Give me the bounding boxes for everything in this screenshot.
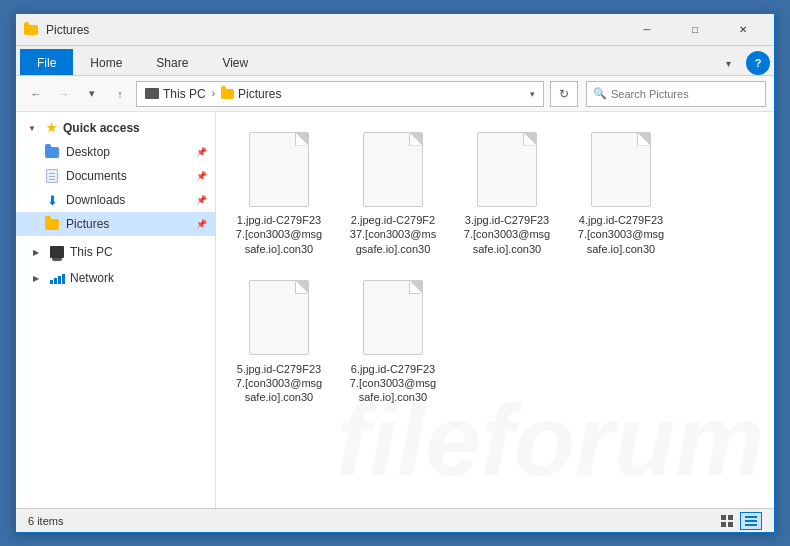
file-item-1[interactable]: 1.jpg.id-C279F237.[con3003@msgsafe.io].c… [224,120,334,265]
file-item-6[interactable]: 6.jpg.id-C279F237.[con3003@msgsafe.io].c… [338,269,448,414]
breadcrumb-pictures: Pictures [221,87,281,101]
pictures-folder-icon [44,217,60,231]
grid-view-icon [720,514,734,528]
quick-access-expand-icon: ▼ [24,121,40,135]
explorer-window: Pictures ─ □ ✕ File Home Share View ▾ ? … [15,13,775,533]
status-bar: 6 items [16,508,774,532]
grid-view-button[interactable] [716,512,738,530]
maximize-button[interactable]: □ [672,14,718,46]
file-5-name: 5.jpg.id-C279F237.[con3003@msgsafe.io].c… [236,362,322,405]
file-2-name: 2.jpeg.id-C279F237.[con3003@msgsafe.io].… [350,213,436,256]
window-title: Pictures [46,23,624,37]
tab-file[interactable]: File [20,49,73,75]
refresh-button[interactable]: ↻ [550,81,578,107]
documents-pin-icon: 📌 [196,171,207,181]
sidebar-label-quick-access: Quick access [63,121,140,135]
file-3-name: 3.jpg.id-C279F237.[con3003@msgsafe.io].c… [464,213,550,256]
file-6-name: 6.jpg.id-C279F237.[con3003@msgsafe.io].c… [350,362,436,405]
sidebar-section-quick-access: ▼ ★ Quick access [16,116,215,140]
ribbon-tabs: File Home Share View ▾ ? [16,46,774,76]
desktop-pin-icon: 📌 [196,147,207,157]
navigation-bar: ← → ▾ ↑ This PC › Pictures ▾ ↻ 🔍 [16,76,774,112]
file-6-icon [358,278,428,358]
sidebar-label-network: Network [70,271,114,285]
close-button[interactable]: ✕ [720,14,766,46]
breadcrumb-thispc: This PC [145,87,206,101]
file-item-4[interactable]: 4.jpg.id-C279F237.[con3003@msgsafe.io].c… [566,120,676,265]
svg-rect-1 [728,515,733,520]
downloads-pin-icon: 📌 [196,195,207,205]
sidebar-item-documents[interactable]: Documents 📌 [16,164,215,188]
sidebar-label-this-pc: This PC [70,245,113,259]
help-button[interactable]: ? [746,51,770,75]
breadcrumb-separator-1: › [212,88,215,99]
main-content: ▼ ★ Quick access Desktop 📌 Documents 📌 [16,112,774,508]
sidebar: ▼ ★ Quick access Desktop 📌 Documents 📌 [16,112,216,508]
tab-view[interactable]: View [205,49,265,75]
file-1-name: 1.jpg.id-C279F237.[con3003@msgsafe.io].c… [236,213,322,256]
file-4-icon [586,129,656,209]
tab-share[interactable]: Share [139,49,205,75]
search-icon: 🔍 [593,87,607,100]
sidebar-item-pictures[interactable]: Pictures 📌 [16,212,215,236]
list-view-button[interactable] [740,512,762,530]
file-1-icon [244,129,314,209]
ribbon-expand-area: ▾ ? [714,51,770,75]
window-controls: ─ □ ✕ [624,14,766,46]
recent-locations-button[interactable]: ▾ [80,82,104,106]
forward-button[interactable]: → [52,82,76,106]
file-4-name: 4.jpg.id-C279F237.[con3003@msgsafe.io].c… [578,213,664,256]
file-item-5[interactable]: 5.jpg.id-C279F237.[con3003@msgsafe.io].c… [224,269,334,414]
address-chevron-icon: ▾ [530,89,535,99]
minimize-button[interactable]: ─ [624,14,670,46]
tab-home[interactable]: Home [73,49,139,75]
sidebar-label-pictures: Pictures [66,217,109,231]
sidebar-item-network[interactable]: ▶ Network [16,266,215,290]
documents-icon [44,169,60,183]
sidebar-label-downloads: Downloads [66,193,125,207]
sidebar-label-documents: Documents [66,169,127,183]
back-button[interactable]: ← [24,82,48,106]
file-item-2[interactable]: 2.jpeg.id-C279F237.[con3003@msgsafe.io].… [338,120,448,265]
file-5-icon [244,278,314,358]
file-2-icon [358,129,428,209]
up-button[interactable]: ↑ [108,82,132,106]
search-input[interactable] [611,88,759,100]
sidebar-item-downloads[interactable]: ⬇ Downloads 📌 [16,188,215,212]
search-bar[interactable]: 🔍 [586,81,766,107]
svg-rect-0 [721,515,726,520]
address-bar[interactable]: This PC › Pictures ▾ [136,81,544,107]
file-item-3[interactable]: 3.jpg.id-C279F237.[con3003@msgsafe.io].c… [452,120,562,265]
sidebar-item-desktop[interactable]: Desktop 📌 [16,140,215,164]
title-bar: Pictures ─ □ ✕ [16,14,774,46]
svg-rect-4 [745,516,757,518]
downloads-icon: ⬇ [44,193,60,207]
file-grid: fileforum 1.jpg.id-C279F237.[con3003@msg… [216,112,774,508]
network-expand-icon: ▶ [28,271,44,285]
svg-rect-3 [728,522,733,527]
ribbon-collapse-button[interactable]: ▾ [714,53,742,73]
pictures-pin-icon: 📌 [196,219,207,229]
pc-expand-icon: ▶ [28,245,44,259]
svg-rect-6 [745,524,757,526]
computer-icon [50,246,64,258]
view-controls [716,512,762,530]
desktop-folder-icon [44,145,60,159]
network-icon [50,272,64,284]
item-count-label: 6 items [28,515,63,527]
svg-rect-2 [721,522,726,527]
file-3-icon [472,129,542,209]
list-view-icon [744,514,758,528]
sidebar-label-desktop: Desktop [66,145,110,159]
sidebar-item-this-pc[interactable]: ▶ This PC [16,240,215,264]
star-icon: ★ [46,121,57,135]
svg-rect-5 [745,520,757,522]
title-bar-icon-area [24,25,38,35]
